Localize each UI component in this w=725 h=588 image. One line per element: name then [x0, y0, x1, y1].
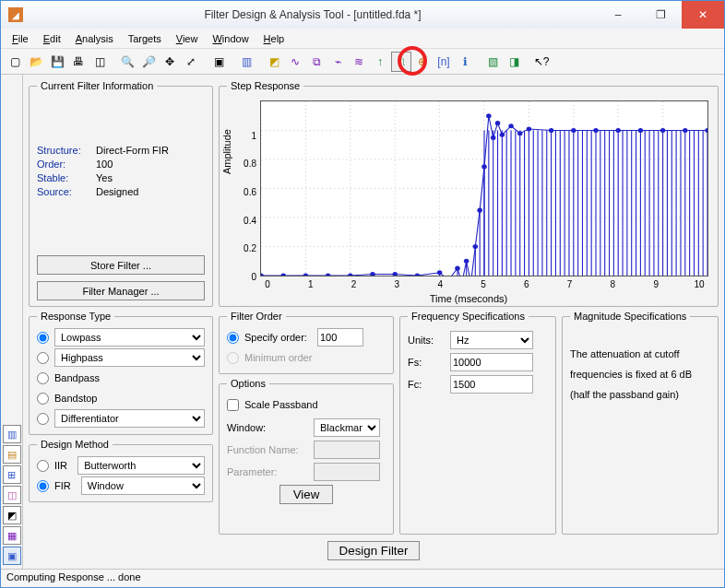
window-title: Filter Design & Analysis Tool - [untitle…: [29, 8, 597, 21]
zoom-out-icon[interactable]: 🔎: [138, 52, 159, 72]
maximize-button[interactable]: ❐: [639, 1, 682, 29]
group-delay-icon[interactable]: ⌁: [327, 52, 348, 72]
pole-zero-icon[interactable]: ⊕: [412, 52, 433, 72]
svg-point-94: [593, 128, 599, 133]
minimize-button[interactable]: –: [597, 1, 639, 29]
zoom-fit-icon[interactable]: ⤢: [181, 52, 201, 72]
opt-window-select[interactable]: Blackman: [314, 418, 380, 437]
rt-bandpass-label: Bandpass: [54, 372, 100, 383]
rt-lowpass-radio[interactable]: [37, 332, 49, 344]
step-response-panel: Step Response Amplitude Time (mseconds) …: [219, 80, 719, 307]
mag-response-icon[interactable]: ◩: [264, 52, 284, 72]
cfi-structure-value: Direct-Form FIR: [96, 145, 205, 156]
zoom-in-icon[interactable]: 🔍: [117, 52, 137, 72]
opt-param-input: [314, 463, 380, 481]
chart-xlabel: Time (mseconds): [220, 293, 718, 304]
menu-edit[interactable]: Edit: [36, 31, 68, 46]
content: Current Filter Information Structure: Di…: [23, 75, 724, 569]
menu-file[interactable]: File: [5, 31, 36, 46]
fo-minimum-label: Minimum order: [244, 352, 312, 363]
rt-highpass-select[interactable]: Highpass: [54, 348, 205, 367]
rt-bandstop-radio[interactable]: [37, 393, 49, 405]
svg-point-85: [486, 113, 492, 118]
palette-btn-7[interactable]: ▣: [3, 547, 21, 565]
mag-text-1: The attenuation at cutoff: [570, 344, 710, 364]
menu-help[interactable]: Help: [256, 31, 292, 46]
palette-btn-5[interactable]: ◩: [3, 506, 21, 524]
new-icon[interactable]: ▢: [5, 52, 25, 72]
main-area: ▥ ▤ ⊞ ◫ ◩ ▦ ▣ Current Filter Information…: [1, 75, 724, 569]
palette-btn-1[interactable]: ▥: [3, 425, 21, 443]
rt-bandpass-radio[interactable]: [37, 372, 49, 384]
fo-minimum-radio: [227, 352, 239, 364]
rt-bandstop-label: Bandstop: [54, 393, 97, 404]
print-preview-icon[interactable]: ◫: [89, 52, 110, 72]
impulse-response-icon[interactable]: ↑: [370, 52, 390, 72]
dm-fir-radio[interactable]: [37, 480, 49, 492]
svg-point-74: [392, 272, 398, 276]
design-filter-button[interactable]: Design Filter: [327, 541, 421, 560]
pan-icon[interactable]: ✥: [160, 52, 180, 72]
current-filter-info: Current Filter Information Structure: Di…: [29, 80, 213, 307]
dm-iir-radio[interactable]: [37, 460, 49, 472]
full-view-icon[interactable]: ▣: [208, 52, 229, 72]
mag-phase-icon[interactable]: ⧉: [306, 52, 327, 72]
palette-btn-3[interactable]: ⊞: [3, 465, 21, 484]
status-bar: Computing Response ... done: [1, 569, 724, 587]
freq-units-select[interactable]: Hz: [450, 331, 533, 349]
step-response-chart[interactable]: [260, 100, 708, 276]
round-off-icon[interactable]: ◨: [504, 52, 524, 72]
palette-btn-4[interactable]: ◫: [3, 486, 21, 504]
freq-fs-input[interactable]: [450, 353, 533, 371]
store-filter-button[interactable]: Store Filter ...: [37, 255, 205, 275]
toolbar: ▢ 📂 💾 🖶 ◫ 🔍 🔎 ✥ ⤢ ▣ ▥ ◩ ∿ ⧉ ⌁ ≋ ↑ ⎍ ⊕ [n…: [1, 49, 724, 75]
menu-targets[interactable]: Targets: [121, 31, 169, 46]
dm-fir-select[interactable]: Window: [81, 476, 205, 495]
svg-point-90: [517, 131, 523, 135]
svg-point-92: [549, 128, 554, 133]
svg-point-97: [660, 128, 666, 133]
fo-specify-input[interactable]: [317, 328, 363, 347]
app-window: ◢ Filter Design & Analysis Tool - [untit…: [0, 0, 725, 588]
freq-fc-input[interactable]: [450, 375, 533, 394]
filter-order-group: Filter Order Specify order: Minimum orde…: [219, 311, 394, 374]
opt-view-button[interactable]: View: [279, 485, 334, 504]
filter-coeffs-icon[interactable]: [n]: [434, 52, 454, 72]
rt-highpass-radio[interactable]: [37, 352, 49, 364]
freq-units-label: Units:: [408, 335, 445, 346]
rt-diff-radio[interactable]: [37, 413, 49, 425]
response-type-group: Response Type Lowpass Highpass Bandpass …: [29, 311, 213, 435]
app-icon: ◢: [8, 7, 23, 22]
opt-param-label: Parameter:: [227, 466, 308, 477]
phase-delay-icon[interactable]: ≋: [349, 52, 369, 72]
rt-diff-select[interactable]: Differentiator: [54, 409, 205, 428]
filter-info-icon[interactable]: ℹ: [455, 52, 475, 72]
close-button[interactable]: ✕: [682, 1, 724, 29]
palette-btn-6[interactable]: ▦: [3, 526, 21, 545]
svg-point-95: [615, 128, 621, 133]
options-group: Options Scale Passband Window:Blackman F…: [219, 378, 394, 535]
filter-manager-button[interactable]: Filter Manager ...: [37, 281, 205, 300]
filter-specs-icon[interactable]: ▥: [236, 52, 256, 72]
save-icon[interactable]: 💾: [47, 52, 67, 72]
menu-window[interactable]: Window: [205, 31, 256, 46]
rt-lowpass-select[interactable]: Lowpass: [54, 328, 205, 347]
step-response-icon[interactable]: ⎍: [391, 52, 411, 72]
menu-view[interactable]: View: [169, 31, 206, 46]
open-icon[interactable]: 📂: [26, 52, 46, 72]
dm-iir-select[interactable]: Butterworth: [77, 456, 205, 475]
svg-point-72: [348, 273, 353, 276]
svg-point-69: [280, 273, 286, 276]
opt-scale-checkbox[interactable]: [227, 399, 239, 411]
cfi-source-value: Designed: [96, 186, 205, 197]
help-icon[interactable]: ↖?: [531, 52, 552, 72]
dm-legend: Design Method: [37, 439, 113, 450]
mag-response-est-icon[interactable]: ▧: [482, 52, 503, 72]
fo-specify-radio[interactable]: [227, 332, 239, 344]
dm-fir-label: FIR: [54, 480, 71, 491]
menu-analysis[interactable]: Analysis: [68, 31, 121, 46]
phase-response-icon[interactable]: ∿: [285, 52, 305, 72]
cfi-legend: Current Filter Information: [37, 80, 157, 91]
palette-btn-2[interactable]: ▤: [3, 445, 21, 464]
print-icon[interactable]: 🖶: [68, 52, 89, 72]
